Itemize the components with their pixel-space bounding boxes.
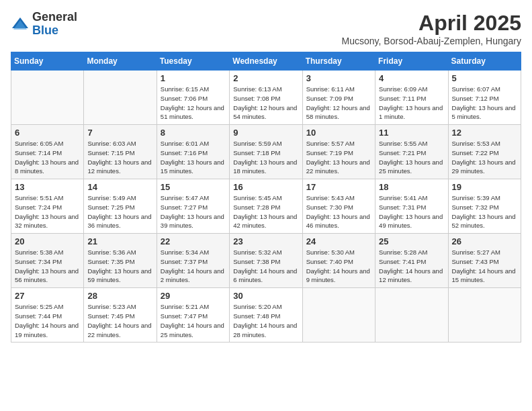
- calendar-cell: 2Sunrise: 6:13 AMSunset: 7:08 PMDaylight…: [230, 71, 302, 125]
- calendar-cell: 24Sunrise: 5:30 AMSunset: 7:40 PMDayligh…: [302, 234, 375, 288]
- day-info: Sunrise: 5:57 AMSunset: 7:19 PMDaylight:…: [306, 139, 371, 176]
- day-info: Sunrise: 6:01 AMSunset: 7:16 PMDaylight:…: [161, 139, 226, 176]
- day-info: Sunrise: 5:28 AMSunset: 7:41 PMDaylight:…: [379, 248, 444, 285]
- logo-text: General Blue: [32, 11, 77, 38]
- calendar-cell: 11Sunrise: 5:55 AMSunset: 7:21 PMDayligh…: [375, 125, 448, 179]
- day-number: 13: [15, 182, 80, 192]
- day-number: 21: [87, 236, 152, 246]
- calendar-cell: 18Sunrise: 5:41 AMSunset: 7:31 PMDayligh…: [375, 179, 448, 234]
- day-info: Sunrise: 5:51 AMSunset: 7:24 PMDaylight:…: [15, 193, 80, 230]
- day-info: Sunrise: 5:45 AMSunset: 7:28 PMDaylight:…: [233, 193, 298, 230]
- day-info: Sunrise: 5:20 AMSunset: 7:48 PMDaylight:…: [233, 302, 298, 339]
- calendar-cell: 23Sunrise: 5:32 AMSunset: 7:38 PMDayligh…: [230, 234, 302, 288]
- logo-icon: [11, 15, 30, 34]
- calendar-table: Sunday Monday Tuesday Wednesday Thursday…: [11, 52, 521, 342]
- calendar-week-row: 27Sunrise: 5:25 AMSunset: 7:44 PMDayligh…: [11, 288, 521, 342]
- day-info: Sunrise: 5:36 AMSunset: 7:35 PMDaylight:…: [87, 248, 152, 285]
- day-info: Sunrise: 6:07 AMSunset: 7:12 PMDaylight:…: [452, 85, 517, 122]
- day-number: 3: [306, 73, 371, 83]
- day-number: 18: [379, 182, 444, 192]
- calendar-cell: 25Sunrise: 5:28 AMSunset: 7:41 PMDayligh…: [375, 234, 448, 288]
- calendar-cell: 10Sunrise: 5:57 AMSunset: 7:19 PMDayligh…: [302, 125, 375, 179]
- day-number: 23: [233, 236, 298, 246]
- day-number: 9: [233, 128, 298, 138]
- day-number: 14: [87, 182, 152, 192]
- logo: General Blue: [11, 11, 77, 38]
- calendar-cell: 7Sunrise: 6:03 AMSunset: 7:15 PMDaylight…: [84, 125, 157, 179]
- day-number: 5: [452, 73, 517, 83]
- calendar-cell: 13Sunrise: 5:51 AMSunset: 7:24 PMDayligh…: [11, 179, 84, 234]
- day-number: 10: [306, 128, 371, 138]
- calendar-cell: 30Sunrise: 5:20 AMSunset: 7:48 PMDayligh…: [230, 288, 302, 342]
- calendar-cell: [11, 71, 84, 125]
- day-info: Sunrise: 5:49 AMSunset: 7:25 PMDaylight:…: [87, 193, 152, 230]
- day-number: 17: [306, 182, 371, 192]
- day-info: Sunrise: 6:03 AMSunset: 7:15 PMDaylight:…: [87, 139, 152, 176]
- title-block: April 2025 Mucsony, Borsod-Abauj-Zemplen…: [342, 11, 521, 46]
- day-number: 27: [15, 291, 80, 301]
- day-info: Sunrise: 6:11 AMSunset: 7:09 PMDaylight:…: [306, 85, 371, 122]
- day-info: Sunrise: 5:21 AMSunset: 7:47 PMDaylight:…: [161, 302, 226, 339]
- calendar-cell: 29Sunrise: 5:21 AMSunset: 7:47 PMDayligh…: [157, 288, 229, 342]
- day-number: 29: [161, 291, 226, 301]
- day-number: 7: [87, 128, 152, 138]
- day-info: Sunrise: 5:55 AMSunset: 7:21 PMDaylight:…: [379, 139, 444, 176]
- day-info: Sunrise: 5:39 AMSunset: 7:32 PMDaylight:…: [452, 193, 517, 230]
- calendar-cell: 15Sunrise: 5:47 AMSunset: 7:27 PMDayligh…: [157, 179, 229, 234]
- calendar-cell: 22Sunrise: 5:34 AMSunset: 7:37 PMDayligh…: [157, 234, 229, 288]
- header-wednesday: Wednesday: [230, 52, 302, 71]
- calendar-title: April 2025: [342, 11, 521, 36]
- page-header: General Blue April 2025 Mucsony, Borsod-…: [11, 11, 521, 46]
- calendar-week-row: 1Sunrise: 6:15 AMSunset: 7:06 PMDaylight…: [11, 71, 521, 125]
- day-number: 20: [15, 236, 80, 246]
- day-number: 2: [233, 73, 298, 83]
- day-number: 24: [306, 236, 371, 246]
- day-info: Sunrise: 5:59 AMSunset: 7:18 PMDaylight:…: [233, 139, 298, 176]
- day-number: 6: [15, 128, 80, 138]
- day-number: 25: [379, 236, 444, 246]
- calendar-week-row: 13Sunrise: 5:51 AMSunset: 7:24 PMDayligh…: [11, 179, 521, 234]
- day-info: Sunrise: 5:53 AMSunset: 7:22 PMDaylight:…: [452, 139, 517, 176]
- calendar-cell: 21Sunrise: 5:36 AMSunset: 7:35 PMDayligh…: [84, 234, 157, 288]
- calendar-cell: 26Sunrise: 5:27 AMSunset: 7:43 PMDayligh…: [448, 234, 521, 288]
- day-info: Sunrise: 5:25 AMSunset: 7:44 PMDaylight:…: [15, 302, 80, 339]
- calendar-cell: 19Sunrise: 5:39 AMSunset: 7:32 PMDayligh…: [448, 179, 521, 234]
- day-number: 22: [161, 236, 226, 246]
- day-info: Sunrise: 5:38 AMSunset: 7:34 PMDaylight:…: [15, 248, 80, 285]
- calendar-cell: 16Sunrise: 5:45 AMSunset: 7:28 PMDayligh…: [230, 179, 302, 234]
- header-tuesday: Tuesday: [157, 52, 229, 71]
- header-saturday: Saturday: [448, 52, 521, 71]
- calendar-cell: 12Sunrise: 5:53 AMSunset: 7:22 PMDayligh…: [448, 125, 521, 179]
- day-number: 26: [452, 236, 517, 246]
- day-number: 15: [161, 182, 226, 192]
- header-monday: Monday: [84, 52, 157, 71]
- day-info: Sunrise: 5:27 AMSunset: 7:43 PMDaylight:…: [452, 248, 517, 285]
- calendar-cell: [375, 288, 448, 342]
- day-number: 16: [233, 182, 298, 192]
- day-info: Sunrise: 5:47 AMSunset: 7:27 PMDaylight:…: [161, 193, 226, 230]
- day-info: Sunrise: 5:30 AMSunset: 7:40 PMDaylight:…: [306, 248, 371, 285]
- calendar-cell: 14Sunrise: 5:49 AMSunset: 7:25 PMDayligh…: [84, 179, 157, 234]
- day-info: Sunrise: 6:15 AMSunset: 7:06 PMDaylight:…: [161, 85, 226, 122]
- calendar-header-row: Sunday Monday Tuesday Wednesday Thursday…: [11, 52, 521, 71]
- header-thursday: Thursday: [302, 52, 375, 71]
- calendar-cell: [302, 288, 375, 342]
- calendar-week-row: 6Sunrise: 6:05 AMSunset: 7:14 PMDaylight…: [11, 125, 521, 179]
- calendar-body: 1Sunrise: 6:15 AMSunset: 7:06 PMDaylight…: [11, 71, 521, 342]
- calendar-cell: 3Sunrise: 6:11 AMSunset: 7:09 PMDaylight…: [302, 71, 375, 125]
- calendar-cell: 1Sunrise: 6:15 AMSunset: 7:06 PMDaylight…: [157, 71, 229, 125]
- day-number: 19: [452, 182, 517, 192]
- day-info: Sunrise: 5:43 AMSunset: 7:30 PMDaylight:…: [306, 193, 371, 230]
- calendar-cell: [448, 288, 521, 342]
- calendar-cell: 17Sunrise: 5:43 AMSunset: 7:30 PMDayligh…: [302, 179, 375, 234]
- day-info: Sunrise: 5:34 AMSunset: 7:37 PMDaylight:…: [161, 248, 226, 285]
- day-info: Sunrise: 6:13 AMSunset: 7:08 PMDaylight:…: [233, 85, 298, 122]
- day-info: Sunrise: 5:41 AMSunset: 7:31 PMDaylight:…: [379, 193, 444, 230]
- day-number: 30: [233, 291, 298, 301]
- day-info: Sunrise: 6:09 AMSunset: 7:11 PMDaylight:…: [379, 85, 444, 122]
- calendar-cell: 9Sunrise: 5:59 AMSunset: 7:18 PMDaylight…: [230, 125, 302, 179]
- calendar-cell: 20Sunrise: 5:38 AMSunset: 7:34 PMDayligh…: [11, 234, 84, 288]
- day-info: Sunrise: 6:05 AMSunset: 7:14 PMDaylight:…: [15, 139, 80, 176]
- calendar-subtitle: Mucsony, Borsod-Abauj-Zemplen, Hungary: [342, 36, 521, 46]
- calendar-cell: 8Sunrise: 6:01 AMSunset: 7:16 PMDaylight…: [157, 125, 229, 179]
